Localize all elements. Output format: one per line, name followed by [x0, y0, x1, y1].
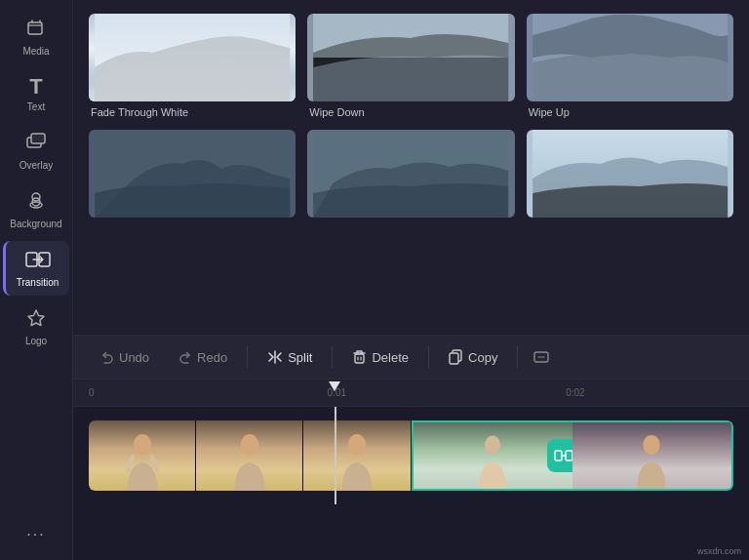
sidebar-item-media-label: Media	[22, 46, 49, 57]
undo-icon	[100, 350, 114, 364]
svg-rect-2	[31, 134, 45, 143]
transition-wipe-down-label: Wipe Down	[307, 106, 514, 118]
person-frame-3	[303, 420, 411, 491]
copy-button[interactable]: Copy	[437, 343, 509, 371]
video-strip	[89, 420, 733, 491]
sidebar: Media T Text Overlay Background	[0, 0, 73, 560]
sidebar-item-text[interactable]: T Text	[3, 68, 69, 120]
media-icon	[25, 18, 47, 42]
transitions-grid: Fade Through White Wipe Down	[89, 14, 733, 222]
more-button[interactable]	[526, 343, 557, 371]
transition-item-5[interactable]	[307, 130, 514, 222]
undo-label: Undo	[119, 350, 149, 365]
person-frame-2	[196, 420, 303, 491]
ruler-mark-2: 0:02	[566, 387, 584, 398]
transition-thumb-5	[307, 130, 514, 218]
svg-rect-25	[555, 451, 562, 460]
toolbar: Undo Redo Split	[73, 335, 749, 380]
transition-wipe-up-label: Wipe Up	[527, 106, 733, 118]
clip-before	[89, 420, 412, 491]
background-icon	[25, 190, 47, 215]
clip-after	[412, 420, 734, 491]
split-label: Split	[288, 350, 312, 365]
ruler-mark-1: 0:01	[328, 387, 346, 398]
person-silhouette-5	[588, 432, 716, 489]
delete-button[interactable]: Delete	[340, 343, 420, 371]
person-frame-5	[572, 422, 731, 489]
sidebar-item-media[interactable]: Media	[3, 10, 69, 64]
person-silhouette-3	[314, 431, 400, 491]
svg-rect-17	[355, 354, 364, 363]
split-button[interactable]: Split	[256, 343, 324, 371]
ruler-mark-0: 0	[89, 387, 95, 398]
transition-badge-icon	[554, 446, 573, 465]
copy-label: Copy	[468, 350, 497, 365]
timeline: 0 0:01 0:02	[73, 380, 749, 560]
person-frame-1	[89, 420, 196, 491]
toolbar-separator-3	[428, 346, 429, 368]
svg-rect-11	[313, 14, 508, 58]
more-icon: ···	[26, 527, 45, 542]
redo-button[interactable]: Redo	[167, 344, 239, 371]
svg-rect-19	[450, 353, 458, 364]
sidebar-item-overlay[interactable]: Overlay	[3, 124, 69, 179]
svg-point-24	[485, 436, 500, 455]
sidebar-item-transition-label: Transition	[17, 277, 59, 288]
sidebar-item-background[interactable]: Background	[3, 182, 69, 237]
svg-rect-14	[95, 130, 290, 218]
more-options-icon	[533, 349, 549, 365]
transition-icon	[25, 249, 51, 273]
sidebar-item-transition[interactable]: Transition	[3, 241, 69, 296]
transition-thumb-wipe-up	[527, 14, 733, 101]
sidebar-item-logo-label: Logo	[25, 336, 47, 346]
redo-icon	[178, 350, 192, 364]
toolbar-separator-2	[332, 346, 333, 368]
transition-fade-through-white[interactable]: Fade Through White	[89, 14, 296, 118]
transition-thumb-wipe-down	[307, 14, 514, 101]
transition-wipe-down[interactable]: Wipe Down	[307, 14, 514, 118]
person-silhouette-2	[207, 431, 292, 491]
overlay-icon	[25, 132, 47, 156]
svg-rect-0	[28, 22, 42, 34]
sidebar-item-logo[interactable]: Logo	[3, 300, 69, 354]
sidebar-item-text-label: Text	[27, 101, 45, 112]
transition-thumb-4	[89, 130, 296, 218]
undo-button[interactable]: Undo	[89, 344, 161, 371]
transition-thumb-fade-white	[89, 14, 296, 101]
svg-point-22	[241, 434, 258, 455]
timeline-tracks-container	[73, 407, 749, 504]
svg-point-23	[348, 434, 366, 455]
transition-wipe-up[interactable]: Wipe Up	[527, 14, 733, 118]
svg-point-27	[644, 435, 660, 455]
transitions-panel: Fade Through White Wipe Down	[73, 0, 749, 335]
redo-label: Redo	[197, 350, 227, 365]
main-area: Fade Through White Wipe Down	[73, 0, 749, 560]
svg-point-21	[133, 434, 150, 455]
sidebar-item-overlay-label: Overlay	[20, 160, 53, 171]
logo-icon	[25, 307, 47, 332]
timeline-ruler: 0 0:01 0:02	[73, 380, 749, 407]
transition-item-6[interactable]	[527, 130, 733, 222]
sidebar-item-more[interactable]: ···	[3, 519, 69, 550]
transition-fade-through-white-label: Fade Through White	[89, 106, 296, 118]
toolbar-separator-4	[517, 346, 518, 368]
svg-rect-9	[95, 14, 290, 101]
ruler-markers: 0 0:01 0:02	[89, 380, 733, 406]
transition-item-4[interactable]	[89, 130, 296, 222]
delete-label: Delete	[372, 350, 409, 365]
person-silhouette-4	[429, 432, 557, 489]
text-icon: T	[29, 76, 42, 98]
person-silhouette-1	[99, 431, 184, 491]
transition-thumb-6	[527, 130, 733, 218]
video-track	[89, 417, 733, 495]
watermark: wsxdn.com	[697, 546, 741, 556]
copy-icon	[449, 349, 463, 365]
toolbar-separator-1	[247, 346, 248, 368]
sidebar-item-background-label: Background	[10, 219, 61, 229]
split-icon	[267, 349, 283, 365]
svg-rect-26	[566, 451, 572, 460]
timeline-tracks	[73, 407, 749, 504]
delete-icon	[352, 349, 367, 365]
